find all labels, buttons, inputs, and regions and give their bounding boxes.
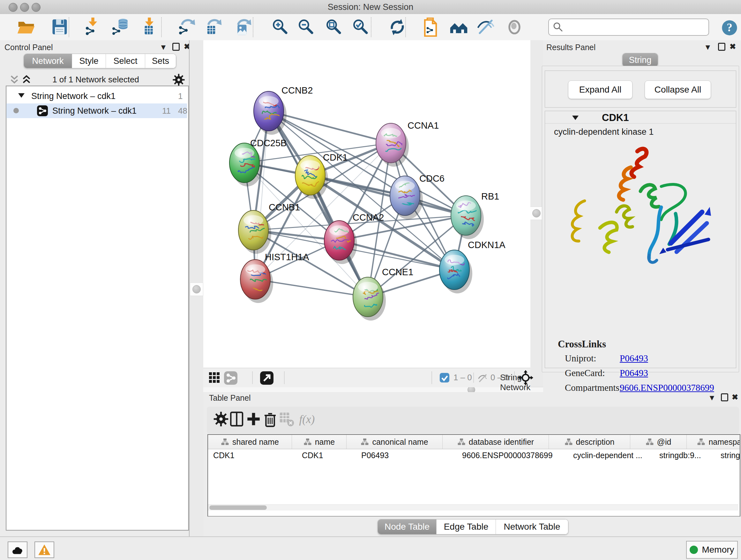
results-panel-title: Results Panel bbox=[546, 43, 596, 52]
import-database-icon[interactable] bbox=[112, 17, 131, 37]
svg-text:CDC6: CDC6 bbox=[419, 173, 445, 184]
column-header-canonical-name[interactable]: canonical name bbox=[347, 435, 443, 449]
import-network-icon[interactable] bbox=[83, 17, 103, 37]
column-header-description[interactable]: description bbox=[549, 435, 630, 449]
zoom-in-icon[interactable] bbox=[271, 17, 290, 37]
panel-close-icon[interactable]: ✖ bbox=[730, 42, 736, 51]
refresh-icon[interactable] bbox=[388, 17, 407, 37]
open-folder-icon[interactable] bbox=[17, 17, 36, 37]
network-tree: String Network – cdk1 1 String Network –… bbox=[6, 85, 189, 531]
search-input[interactable] bbox=[567, 20, 706, 34]
memory-status-icon bbox=[690, 546, 698, 554]
crosslink-value-link[interactable]: P06493 bbox=[620, 353, 648, 364]
network-row-selected[interactable]: String Network – cdk1 11 48 bbox=[6, 104, 187, 118]
svg-text:CCNA1: CCNA1 bbox=[408, 120, 439, 131]
crosslinks-heading: CrossLinks bbox=[558, 338, 606, 350]
save-icon[interactable] bbox=[50, 17, 69, 37]
column-header-shared-name[interactable]: shared name bbox=[208, 435, 292, 449]
svg-text:CCNB1: CCNB1 bbox=[269, 202, 300, 212]
tab-network[interactable]: Network bbox=[24, 54, 72, 68]
left-splitter[interactable] bbox=[189, 40, 204, 537]
toolbar-separator bbox=[405, 17, 406, 37]
collapse-all-networks-icon[interactable] bbox=[10, 75, 19, 85]
export-table-icon[interactable] bbox=[204, 17, 223, 37]
table-row[interactable]: CDK1CDK1P064939606.ENSP00000378699cyclin… bbox=[208, 449, 740, 462]
hide-eye-icon[interactable] bbox=[476, 17, 495, 37]
tab-select[interactable]: Select bbox=[106, 54, 145, 68]
column-header-@id[interactable]: @id bbox=[630, 435, 687, 449]
tab-edge-table[interactable]: Edge Table bbox=[436, 519, 496, 534]
column-header-name[interactable]: name bbox=[292, 435, 347, 449]
crosslink-value-link[interactable]: 9606.ENSP00000378699 bbox=[620, 382, 714, 393]
tab-node-table[interactable]: Node Table bbox=[378, 519, 436, 534]
gene-section-header[interactable]: CDK1 bbox=[545, 111, 736, 124]
cloud-icon[interactable] bbox=[8, 542, 27, 558]
tab-string[interactable]: String bbox=[623, 53, 658, 67]
memory-button[interactable]: Memory bbox=[686, 541, 738, 559]
cell-shared-name: CDK1 bbox=[208, 449, 297, 462]
panel-float-icon[interactable] bbox=[721, 393, 728, 403]
toolbar-separator bbox=[161, 17, 162, 37]
horizontal-scrollbar[interactable] bbox=[208, 504, 738, 510]
search-box bbox=[548, 18, 709, 36]
expand-all-button[interactable]: Expand All bbox=[568, 80, 632, 99]
network-collection-row[interactable]: String Network – cdk1 1 bbox=[6, 89, 187, 104]
toolbar-separator bbox=[253, 17, 253, 37]
network-canvas[interactable]: CCNB2CCNA1CDC25BCDK1CDC6RB1CCNB1CCNA2CDK… bbox=[203, 40, 530, 368]
add-icon[interactable] bbox=[246, 411, 264, 429]
collapse-all-button[interactable]: Collapse All bbox=[645, 80, 711, 99]
collection-label: String Network – cdk1 bbox=[31, 91, 116, 101]
gene-description: cyclin-dependent kinase 1 bbox=[554, 127, 654, 137]
expand-all-networks-icon[interactable] bbox=[22, 75, 31, 85]
help-icon[interactable]: ? bbox=[721, 19, 738, 37]
columns-icon[interactable] bbox=[229, 411, 247, 429]
detach-icon[interactable] bbox=[260, 371, 273, 386]
panel-float-icon[interactable] bbox=[718, 43, 725, 53]
string-network-graph: CCNB2CCNA1CDC25BCDK1CDC6RB1CCNB1CCNA2CDK… bbox=[203, 40, 530, 368]
grid-icon[interactable] bbox=[209, 372, 220, 385]
share-icon[interactable] bbox=[224, 371, 238, 386]
tab-style[interactable]: Style bbox=[72, 54, 106, 68]
panel-float-icon[interactable] bbox=[172, 43, 180, 53]
scrollbar-thumb[interactable] bbox=[209, 505, 267, 510]
export-network-icon[interactable] bbox=[178, 17, 197, 37]
panel-close-icon[interactable]: ✖ bbox=[732, 393, 738, 401]
network-view-toolbar: String Network – cdk1 1 – 0 0 – 0 bbox=[203, 368, 530, 387]
column-header-namespace[interactable]: namespace bbox=[687, 435, 740, 449]
crosshair-icon[interactable] bbox=[518, 370, 533, 387]
column-header-database-identifier[interactable]: database identifier bbox=[443, 435, 549, 449]
selected-checkbox-icon[interactable] bbox=[440, 373, 450, 384]
delete-icon[interactable] bbox=[262, 411, 280, 429]
tab-network-table[interactable]: Network Table bbox=[496, 519, 568, 534]
title-bar: Session: New Session bbox=[0, 0, 741, 14]
collection-count: 1 bbox=[178, 91, 183, 101]
file-network-icon[interactable] bbox=[421, 17, 441, 37]
panel-menu-icon[interactable]: ▼ bbox=[159, 43, 167, 52]
panel-menu-icon[interactable]: ▼ bbox=[708, 393, 716, 402]
export-image-icon[interactable] bbox=[234, 17, 253, 37]
zoom-out-icon[interactable] bbox=[296, 17, 316, 37]
function-icon[interactable]: f(x) bbox=[298, 411, 316, 429]
panel-menu-icon[interactable]: ▼ bbox=[704, 43, 712, 52]
clear-table-icon[interactable] bbox=[279, 411, 297, 429]
crosslink-value-link[interactable]: P06493 bbox=[620, 368, 648, 378]
tree-expander-icon[interactable] bbox=[18, 92, 25, 100]
gene-section: CDK1 cyclin-dependent kinase 1 CrossLink… bbox=[545, 111, 736, 368]
application-window: Session: New Session ? Control Panel ▼ ✖… bbox=[0, 0, 741, 560]
network-selection-status: 1 of 1 Network selected bbox=[38, 75, 153, 84]
selected-counts: 1 – 0 bbox=[454, 373, 472, 382]
node-table: shared namenamecanonical namedatabase id… bbox=[207, 434, 740, 516]
home-icon[interactable] bbox=[449, 17, 468, 37]
zoom-selected-icon[interactable] bbox=[351, 17, 370, 37]
inactive-eye-icon[interactable] bbox=[505, 17, 524, 37]
section-expander-icon[interactable] bbox=[572, 115, 579, 122]
zoom-fit-icon[interactable] bbox=[324, 17, 343, 37]
string-network-icon bbox=[37, 105, 48, 118]
hidden-eye-icon[interactable] bbox=[477, 373, 488, 385]
tab-sets[interactable]: Sets bbox=[145, 54, 176, 68]
warning-icon[interactable] bbox=[35, 542, 54, 558]
gear-icon[interactable] bbox=[213, 411, 231, 429]
crosslink-label: GeneCard: bbox=[565, 368, 605, 378]
import-table-icon[interactable] bbox=[140, 17, 159, 37]
status-bar: Memory bbox=[0, 537, 741, 560]
